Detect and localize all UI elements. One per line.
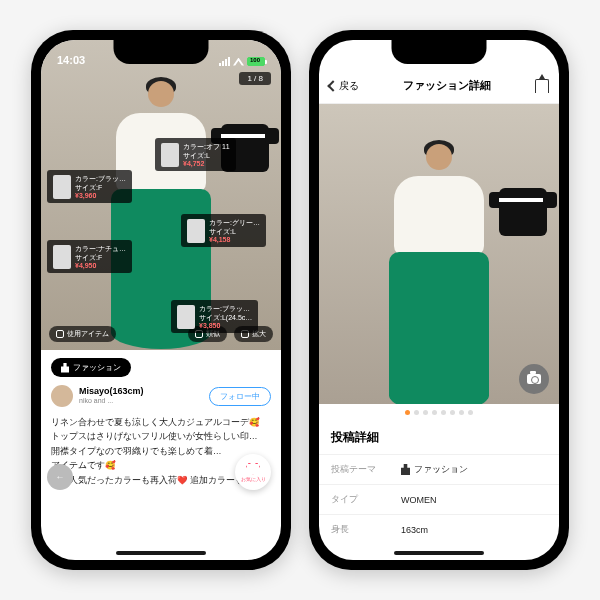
hanger-icon	[401, 464, 410, 475]
tag-thumb	[53, 245, 71, 269]
status-time: 14:03	[57, 54, 85, 66]
product-tag[interactable]: カラー:グリー…サイズ:L¥4,158	[181, 214, 266, 247]
detail-row: タイプWOMEN	[319, 484, 559, 514]
page-dots[interactable]	[319, 404, 559, 421]
detail-photo[interactable]	[319, 104, 559, 404]
camera-fab[interactable]	[519, 364, 549, 394]
nav-bar: 戻る ファッション詳細	[319, 68, 559, 104]
avatar[interactable]	[51, 385, 73, 407]
favorite-fab[interactable]: お気に入り	[235, 454, 271, 490]
back-button[interactable]: 戻る	[329, 79, 359, 93]
user-row[interactable]: Misayo(163cm) niko and ... フォロー中	[41, 383, 281, 409]
product-tag[interactable]: カラー:オフ 11サイズ:L¥4,752	[155, 138, 236, 171]
page-dot[interactable]	[423, 410, 428, 415]
user-name: Misayo(163cm)	[79, 387, 203, 397]
signal-icon	[219, 57, 230, 66]
phone-left: 14:03 100 1 / 8 カラー:ブラッ…サイズ:F¥3,960カラー:オ…	[31, 30, 291, 570]
page-dot[interactable]	[441, 410, 446, 415]
camera-icon	[527, 374, 541, 384]
product-tag[interactable]: カラー:ブラッ…サイズ:L(24.5c…¥3,850	[171, 300, 258, 333]
phone-right: 戻る ファッション詳細 投稿詳細 投稿テーマファッションタイプWOMEN身長16…	[309, 30, 569, 570]
detail-row: 身長163cm	[319, 514, 559, 544]
notch	[392, 40, 487, 64]
page-dot[interactable]	[468, 410, 473, 415]
detail-key: 身長	[331, 523, 401, 536]
detail-value: WOMEN	[401, 493, 437, 506]
shirt-graphic	[499, 188, 547, 236]
page-dot[interactable]	[405, 410, 410, 415]
hanger-icon	[61, 363, 69, 373]
page-title: ファッション詳細	[403, 78, 491, 93]
used-items-chip[interactable]: 使用アイテム	[49, 326, 116, 342]
heart-icon	[246, 463, 260, 475]
chevron-left-icon	[327, 80, 338, 91]
share-icon[interactable]	[535, 79, 549, 93]
home-indicator[interactable]	[116, 551, 206, 555]
detail-value: 163cm	[401, 523, 428, 536]
notch	[114, 40, 209, 64]
category-pill[interactable]: ファッション	[51, 358, 131, 377]
follow-button[interactable]: フォロー中	[209, 387, 271, 406]
background-rack	[493, 184, 553, 294]
battery-icon: 100	[247, 57, 265, 66]
screen-right: 戻る ファッション詳細 投稿詳細 投稿テーマファッションタイプWOMEN身長16…	[319, 40, 559, 560]
page-dot[interactable]	[459, 410, 464, 415]
photo-count-badge: 1 / 8	[239, 72, 271, 85]
person-graphic	[384, 146, 494, 404]
tag-thumb	[53, 175, 71, 199]
status-right: 100	[219, 57, 265, 66]
wifi-icon	[233, 58, 244, 66]
tag-icon	[56, 330, 64, 338]
detail-key: 投稿テーマ	[331, 463, 401, 476]
detail-row: 投稿テーマファッション	[319, 454, 559, 484]
detail-key: タイプ	[331, 493, 401, 506]
tag-thumb	[187, 219, 205, 243]
screen-left: 14:03 100 1 / 8 カラー:ブラッ…サイズ:F¥3,960カラー:オ…	[41, 40, 281, 560]
product-tag[interactable]: カラー:ナチュ…サイズ:F¥4,950	[47, 240, 132, 273]
page-dot[interactable]	[414, 410, 419, 415]
section-title: 投稿詳細	[319, 421, 559, 454]
user-brand: niko and ...	[79, 397, 203, 405]
page-dot[interactable]	[432, 410, 437, 415]
home-indicator[interactable]	[394, 551, 484, 555]
detail-value: ファッション	[401, 463, 468, 476]
page-dot[interactable]	[450, 410, 455, 415]
main-photo[interactable]: 1 / 8 カラー:ブラッ…サイズ:F¥3,960カラー:オフ 11サイズ:L¥…	[41, 40, 281, 350]
product-tag[interactable]: カラー:ブラッ…サイズ:F¥3,960	[47, 170, 132, 203]
tag-thumb	[161, 143, 179, 167]
back-fab[interactable]: ←	[47, 464, 73, 490]
tag-thumb	[177, 305, 195, 329]
